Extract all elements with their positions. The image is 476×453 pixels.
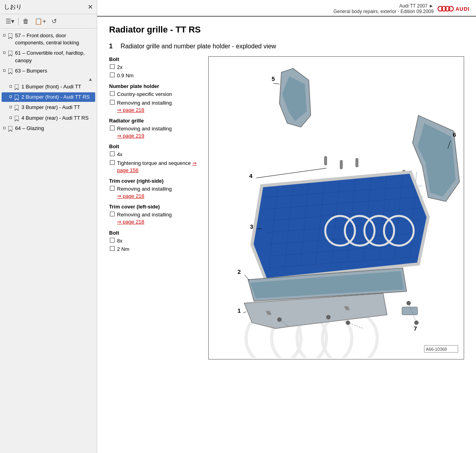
section-number: 1 — [109, 43, 113, 50]
list-view-button[interactable]: ☰▾ — [4, 17, 16, 26]
svg-rect-14 — [324, 157, 327, 165]
part-5-group: 5 — [272, 69, 311, 127]
sidebar-item-bumper1[interactable]: 1 Bumper (front) - Audi TT — [2, 82, 95, 92]
collapse-icon-64 — [3, 127, 6, 129]
svg-line-40 — [256, 168, 326, 178]
label-1: 1 — [238, 308, 241, 314]
rg-link[interactable]: ⇒ page 219 — [117, 133, 144, 139]
audi-rings — [438, 6, 454, 11]
svg-line-47 — [244, 312, 246, 313]
tl-link[interactable]: ⇒ page 218 — [117, 219, 144, 225]
add-bookmark-button[interactable]: 📋+ — [33, 17, 48, 26]
collapse-icon-63 — [3, 69, 6, 72]
toolbar-divider — [18, 18, 19, 25]
refresh-button[interactable]: ↺ — [50, 17, 58, 26]
collapse-icon-b2 — [10, 96, 12, 98]
sidebar-item-label-b3: 3 Bumper (rear) - Audi TT — [21, 104, 80, 111]
checkbox-bolt1-2[interactable] — [110, 73, 115, 77]
sidebar-item-63[interactable]: 63 – Bumpers — [2, 66, 95, 76]
sidebar-item-bumper2[interactable]: 2 Bumper (front) - Audi TT RS — [2, 92, 95, 102]
label-5: 5 — [272, 76, 275, 82]
sidebar-list: 57 – Front doors, door components, centr… — [0, 29, 97, 453]
np-link[interactable]: ⇒ page 218 — [117, 107, 144, 113]
bookmark-icon-63 — [7, 68, 13, 75]
tr-item1: Removing and installing⇒ page 218 — [109, 185, 200, 200]
label-3: 3 — [250, 224, 253, 230]
checkbox-np-1[interactable] — [110, 91, 115, 96]
sidebar-item-64[interactable]: 64 – Glazing — [2, 124, 95, 133]
sidebar-item-label-61: 61 – Convertible roof, hardtop, canopy — [15, 50, 94, 64]
svg-marker-6 — [15, 116, 19, 121]
close-button[interactable]: ✕ — [88, 3, 93, 11]
doc-header: Audi TT 2007 ► General body repairs, ext… — [97, 0, 476, 17]
svg-marker-0 — [8, 33, 12, 39]
delete-button[interactable]: 🗑 — [21, 17, 31, 26]
diagram-container: 5 6 — [208, 56, 464, 359]
collapse-icon-b3 — [10, 106, 12, 108]
part-6-group: 6 — [413, 115, 459, 201]
page-title: Radiator grille - TT RS — [109, 25, 464, 35]
part-3-grille: 3 — [250, 172, 428, 279]
parts-list: Bolt 2x 0.9 Nm Number plate holder Count… — [109, 56, 200, 359]
car-model: Audi TT 2007 ► — [333, 3, 434, 9]
checkbox-tl-1[interactable] — [110, 212, 115, 216]
checkbox-bolt3-2[interactable] — [110, 246, 115, 251]
label-6: 6 — [453, 132, 456, 138]
svg-marker-3 — [15, 84, 19, 90]
sidebar: しおり ✕ ☰▾ 🗑 📋+ ↺ 57 – Front doors, door c… — [0, 0, 97, 453]
bolt2-text2: Tightening torque and sequence ⇒ page 15… — [117, 160, 200, 174]
exploded-view-diagram: 5 6 — [209, 57, 464, 358]
sidebar-header: しおり ✕ — [0, 0, 97, 14]
bookmark-icon-64 — [7, 126, 13, 132]
checkbox-bolt2-1[interactable] — [110, 151, 115, 156]
checkbox-bolt1-1[interactable] — [110, 64, 115, 69]
content-layout: Bolt 2x 0.9 Nm Number plate holder Count… — [109, 56, 464, 359]
bolt3-text1: 8x — [117, 237, 123, 245]
bolt1-text2: 0.9 Nm — [117, 72, 134, 79]
group-bolt-2: Bolt — [109, 143, 200, 149]
collapse-icon-b4 — [10, 117, 12, 119]
bolt3-text2: 2 Nm — [117, 246, 129, 253]
diagram-ref-text: A66-10368 — [426, 347, 447, 352]
sidebar-item-label-64: 64 – Glazing — [15, 125, 44, 132]
svg-marker-2 — [8, 69, 12, 74]
bookmark-icon-61 — [7, 50, 13, 57]
sidebar-item-bumper3[interactable]: 3 Bumper (rear) - Audi TT — [2, 103, 95, 112]
bolt2-text1: 4x — [117, 151, 123, 158]
checkbox-bolt3-1[interactable] — [110, 238, 115, 243]
bolt2-link[interactable]: ⇒ page 156 — [117, 160, 197, 173]
group-number-plate: Number plate holder — [109, 83, 200, 89]
checkbox-bolt2-2[interactable] — [110, 160, 115, 165]
group-trim-left: Trim cover (left-side) — [109, 204, 200, 210]
bolt3-item2: 2 Nm — [109, 246, 200, 253]
svg-line-41 — [245, 275, 250, 281]
bookmark-icon-b4 — [13, 115, 20, 122]
sidebar-item-61[interactable]: 61 – Convertible roof, hardtop, canopy — [2, 48, 95, 65]
collapse-icon-61 — [3, 52, 6, 54]
checkbox-tr-1[interactable] — [110, 186, 115, 191]
audi-text: AUDI — [455, 6, 470, 12]
group-bolt-3: Bolt — [109, 230, 200, 236]
checkbox-rg-1[interactable] — [110, 126, 115, 130]
rg-text1: Removing and installing⇒ page 219 — [117, 125, 172, 140]
label-7: 7 — [414, 325, 417, 332]
collapse-icon-b1 — [10, 85, 12, 88]
bolt2-item1: 4x — [109, 151, 200, 158]
svg-marker-7 — [8, 126, 12, 132]
sidebar-item-label-63: 63 – Bumpers — [15, 67, 47, 75]
part-7-group: 7 — [402, 301, 418, 332]
np-item1: Country-specific version — [109, 91, 200, 98]
checkbox-np-2[interactable] — [110, 100, 115, 105]
sidebar-item-bumper4[interactable]: 4 Bumper (rear) - Audi TT RS — [2, 113, 95, 123]
sidebar-item-label-b4: 4 Bumper (rear) - Audi TT RS — [21, 115, 88, 122]
sidebar-item-57[interactable]: 57 – Front doors, door components, centr… — [2, 31, 95, 48]
bookmark-icon-b1 — [13, 84, 20, 90]
sidebar-item-label-b2: 2 Bumper (front) - Audi TT RS — [21, 94, 90, 101]
bookmark-icon-57 — [7, 33, 13, 39]
group-radiator-grille: Radiator grille — [109, 118, 200, 124]
tr-link[interactable]: ⇒ page 218 — [117, 193, 144, 199]
bookmark-icon-b3 — [13, 105, 20, 111]
header-text: Audi TT 2007 ► General body repairs, ext… — [333, 3, 434, 14]
doc-subtitle: General body repairs, exterior - Edition… — [333, 9, 434, 14]
bolt3-item1: 8x — [109, 237, 200, 245]
